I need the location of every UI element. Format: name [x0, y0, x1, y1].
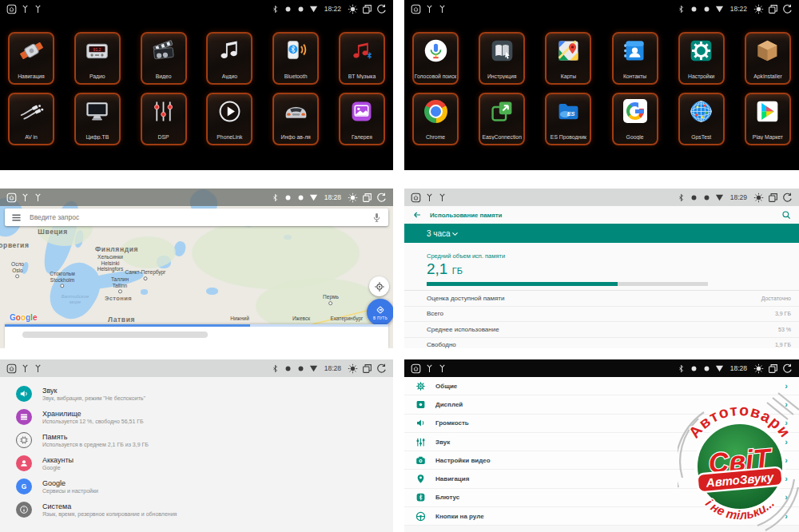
statusbar-left — [411, 193, 447, 203]
recents-button[interactable] — [362, 193, 372, 203]
brightness-button[interactable] — [348, 363, 358, 374]
app-tile-settings-teal[interactable]: Настройки — [678, 32, 725, 85]
back-button[interactable] — [376, 363, 387, 374]
app-tile-gps-globe[interactable]: GpsTest — [678, 93, 725, 145]
app-tile-music-note[interactable]: Аудио — [206, 32, 252, 85]
app-tile-bluetooth-phone[interactable]: Bluetooth — [272, 32, 319, 85]
mic-icon[interactable] — [372, 212, 382, 223]
home-button[interactable] — [6, 193, 17, 203]
app-label: GpsTest — [680, 134, 723, 140]
app-tile-av-cables[interactable]: AV in — [8, 93, 54, 145]
g-system-icon — [16, 502, 32, 518]
unit-settings-item-u-gear[interactable]: Общие› — [404, 377, 799, 395]
app-tile-apk-box[interactable]: ApkInstaller — [745, 32, 791, 85]
clapper-icon — [142, 34, 185, 67]
period-dropdown[interactable]: 3 часа — [404, 224, 799, 243]
status-bar: 18:28 — [0, 189, 393, 206]
settings-item-g-memory[interactable]: ПамятьИспользуется в среднем 2,1 ГБ из 3… — [0, 428, 393, 451]
app-label: Навигация — [10, 73, 53, 79]
statusbar-left — [6, 193, 42, 203]
settings-item-g-google[interactable]: GGoogleСервисы и настройки — [0, 474, 393, 498]
unit-settings-item-u-volume[interactable]: Громкость› — [404, 415, 799, 433]
contacts-icon — [614, 34, 657, 67]
app-tile-chrome[interactable]: Chrome — [412, 93, 459, 145]
home-button[interactable] — [411, 4, 421, 14]
statusbar-right: 18:22 — [677, 4, 793, 14]
app-tile-google-maps[interactable]: Карты — [545, 32, 591, 85]
clock: 18:22 — [324, 5, 341, 13]
settings-item-subtitle: Звук, вибрация, режим "Не беспокоить" — [42, 395, 145, 401]
back-button[interactable] — [782, 363, 793, 374]
settings-item-g-storage[interactable]: ХранилищеИспользуется 12 %, свободно 56,… — [0, 405, 393, 428]
app-tile-voice-mic[interactable]: Голосовой поиск — [412, 32, 459, 85]
wifi-icon — [715, 364, 724, 373]
settings-item-g-sound[interactable]: ЗвукЗвук, вибрация, режим "Не беспокоить… — [0, 382, 393, 405]
unit-settings-item-u-pin[interactable]: Навигация› — [404, 470, 799, 488]
recents-button[interactable] — [768, 4, 778, 14]
back-button[interactable] — [376, 193, 387, 203]
brightness-button[interactable] — [753, 193, 764, 203]
home-button[interactable] — [6, 363, 17, 374]
search-icon[interactable] — [781, 210, 791, 220]
my-location-button[interactable] — [369, 276, 389, 296]
app-tile-car-info[interactable]: Инфо ав-ля — [272, 93, 319, 145]
map-label: Финляндия — [95, 245, 138, 253]
memory-row-value: Достаточно — [761, 296, 791, 301]
statusbar-right: 18:22 — [271, 4, 387, 14]
memory-row: Оценка доступной памятиДостаточно — [404, 290, 799, 307]
brightness-button[interactable] — [348, 4, 358, 14]
city-marker — [143, 276, 147, 280]
directions-fab[interactable]: В ПУТЬ — [367, 299, 393, 326]
memory-row-value: 1,9 ГБ — [775, 342, 791, 347]
back-button[interactable] — [782, 4, 793, 14]
app-label: EasyConnection — [480, 134, 523, 140]
brightness-button[interactable] — [753, 4, 764, 14]
unit-settings-item-u-steering[interactable]: Кнопки на руле› — [404, 507, 799, 526]
app-tile-easyconnection[interactable]: EasyConnection — [479, 93, 525, 145]
app-label: Голосовой поиск — [414, 73, 457, 79]
app-tile-bt-music[interactable]: BT Музыка — [339, 32, 385, 85]
app-tile-es-explorer[interactable]: ESES Проводник — [545, 93, 591, 145]
settings-item-g-system[interactable]: СистемаЯзык, время, резервное копировани… — [0, 498, 393, 521]
brightness-button[interactable] — [348, 193, 358, 203]
settings-item-subtitle: Используется в среднем 2,1 ГБ из 3,9 ГБ — [42, 442, 149, 447]
app-tile-contacts[interactable]: Контакты — [612, 32, 658, 85]
satellite-icon — [10, 34, 53, 67]
app-tile-dsp-eq[interactable]: DSP — [141, 93, 187, 145]
app-label: Инфо ав-ля — [274, 134, 317, 140]
app-tile-play-circle[interactable]: PhoneLink — [206, 93, 252, 145]
bluetooth-small-icon — [677, 364, 686, 373]
menu-icon[interactable] — [11, 212, 22, 223]
recents-button[interactable] — [362, 363, 372, 374]
unit-settings-item-u-display[interactable]: Дисплей› — [404, 395, 799, 414]
app-tile-satellite[interactable]: Навигация — [8, 32, 54, 85]
gallery-icon — [340, 94, 384, 128]
map-bottom-card[interactable] — [5, 324, 388, 348]
app-tile-radio[interactable]: 91.2Радио — [74, 32, 121, 85]
home-button[interactable] — [411, 363, 421, 374]
home-button[interactable] — [6, 4, 17, 14]
app-tile-google-g[interactable]: Google — [612, 93, 658, 145]
settings-item-subtitle: Сервисы и настройки — [42, 488, 98, 494]
recents-button[interactable] — [768, 193, 778, 203]
unit-settings-item-u-bt[interactable]: Блютус› — [404, 489, 799, 507]
brightness-button[interactable] — [753, 363, 764, 374]
app-tile-digital-tv[interactable]: Цифр.ТВ — [74, 93, 121, 145]
search-input[interactable] — [28, 212, 365, 222]
app-tile-manual-book[interactable]: Инструкция — [479, 32, 525, 85]
unit-settings-item-u-eq[interactable]: Звук› — [404, 433, 799, 451]
memory-row-label: Среднее использование — [427, 326, 499, 333]
unit-settings-item-u-video[interactable]: Настройки видео› — [404, 451, 799, 470]
home-button[interactable] — [411, 193, 421, 203]
settings-item-g-accounts[interactable]: АккаунтыGoogle — [0, 451, 393, 474]
back-button[interactable] — [376, 4, 387, 14]
app-tile-clapper[interactable]: Видео — [141, 32, 187, 85]
recents-button[interactable] — [768, 363, 778, 374]
app-tile-play-store[interactable]: Play Маркет — [745, 93, 791, 145]
settings-item-title: Google — [42, 479, 98, 487]
back-button[interactable] — [782, 193, 793, 203]
u-gear-icon — [415, 381, 426, 391]
back-arrow-icon[interactable] — [412, 210, 422, 220]
app-tile-gallery[interactable]: Галерея — [339, 93, 385, 145]
recents-button[interactable] — [362, 4, 372, 14]
